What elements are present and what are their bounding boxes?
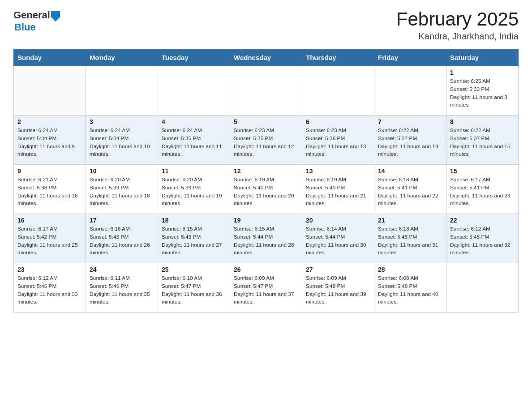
calendar-subtitle: Kandra, Jharkhand, India <box>396 31 519 42</box>
calendar-table: Sunday Monday Tuesday Wednesday Thursday… <box>13 49 519 313</box>
calendar-day-cell <box>374 66 446 116</box>
calendar-day-cell: 19Sunrise: 6:15 AMSunset: 5:44 PMDayligh… <box>230 214 302 263</box>
calendar-title-block: February 2025 Kandra, Jharkhand, India <box>396 9 519 42</box>
day-number: 8 <box>450 118 515 125</box>
calendar-day-cell <box>14 66 86 116</box>
calendar-day-cell: 17Sunrise: 6:16 AMSunset: 5:43 PMDayligh… <box>86 214 158 263</box>
weekday-header-row: Sunday Monday Tuesday Wednesday Thursday… <box>14 49 519 66</box>
day-number: 18 <box>162 217 226 224</box>
day-number: 14 <box>378 167 442 175</box>
calendar-day-cell <box>86 66 158 116</box>
day-number: 13 <box>306 167 370 175</box>
header-thursday: Thursday <box>302 49 374 66</box>
header-sunday: Sunday <box>14 49 86 66</box>
day-number: 15 <box>450 167 515 175</box>
calendar-day-cell: 10Sunrise: 6:20 AMSunset: 5:39 PMDayligh… <box>86 165 158 214</box>
calendar-day-cell <box>302 66 374 116</box>
day-info: Sunrise: 6:08 AMSunset: 5:48 PMDaylight:… <box>378 274 442 306</box>
day-info: Sunrise: 6:13 AMSunset: 5:45 PMDaylight:… <box>378 225 442 257</box>
day-info: Sunrise: 6:23 AMSunset: 5:36 PMDaylight:… <box>306 127 370 158</box>
calendar-day-cell: 22Sunrise: 6:12 AMSunset: 5:45 PMDayligh… <box>446 214 519 263</box>
header-friday: Friday <box>374 49 446 66</box>
calendar-day-cell: 20Sunrise: 6:14 AMSunset: 5:44 PMDayligh… <box>302 214 374 263</box>
day-number: 11 <box>162 167 226 175</box>
calendar-day-cell: 27Sunrise: 6:09 AMSunset: 5:48 PMDayligh… <box>302 263 374 313</box>
day-info: Sunrise: 6:22 AMSunset: 5:37 PMDaylight:… <box>450 127 515 158</box>
day-number: 1 <box>450 69 515 76</box>
calendar-day-cell: 26Sunrise: 6:09 AMSunset: 5:47 PMDayligh… <box>230 263 302 313</box>
calendar-day-cell: 16Sunrise: 6:17 AMSunset: 5:42 PMDayligh… <box>14 214 86 263</box>
calendar-day-cell: 15Sunrise: 6:17 AMSunset: 5:41 PMDayligh… <box>446 165 519 214</box>
day-info: Sunrise: 6:19 AMSunset: 5:40 PMDaylight:… <box>306 176 370 208</box>
calendar-day-cell: 25Sunrise: 6:10 AMSunset: 5:47 PMDayligh… <box>158 263 230 313</box>
calendar-day-cell <box>230 66 302 116</box>
calendar-day-cell: 11Sunrise: 6:20 AMSunset: 5:39 PMDayligh… <box>158 165 230 214</box>
calendar-day-cell: 28Sunrise: 6:08 AMSunset: 5:48 PMDayligh… <box>374 263 446 313</box>
day-info: Sunrise: 6:17 AMSunset: 5:41 PMDaylight:… <box>450 176 515 208</box>
calendar-day-cell <box>446 263 519 313</box>
calendar-day-cell: 23Sunrise: 6:12 AMSunset: 5:46 PMDayligh… <box>14 263 86 313</box>
page-header: General Blue February 2025 Kandra, Jhark… <box>13 9 519 42</box>
day-number: 19 <box>234 217 298 224</box>
calendar-week-4: 16Sunrise: 6:17 AMSunset: 5:42 PMDayligh… <box>14 214 519 263</box>
calendar-week-2: 2Sunrise: 6:24 AMSunset: 5:34 PMDaylight… <box>14 116 519 165</box>
day-number: 10 <box>90 167 154 175</box>
day-number: 7 <box>378 118 442 125</box>
day-number: 6 <box>306 118 370 125</box>
calendar-day-cell: 24Sunrise: 6:11 AMSunset: 5:46 PMDayligh… <box>86 263 158 313</box>
day-number: 21 <box>378 217 442 224</box>
day-number: 16 <box>17 217 82 224</box>
day-info: Sunrise: 6:17 AMSunset: 5:42 PMDaylight:… <box>17 225 82 257</box>
day-info: Sunrise: 6:15 AMSunset: 5:44 PMDaylight:… <box>234 225 298 257</box>
calendar-day-cell: 14Sunrise: 6:18 AMSunset: 5:41 PMDayligh… <box>374 165 446 214</box>
day-info: Sunrise: 6:24 AMSunset: 5:35 PMDaylight:… <box>162 127 226 158</box>
calendar-day-cell: 1Sunrise: 6:25 AMSunset: 5:33 PMDaylight… <box>446 66 519 116</box>
day-number: 27 <box>306 266 370 273</box>
day-info: Sunrise: 6:14 AMSunset: 5:44 PMDaylight:… <box>306 225 370 257</box>
day-number: 24 <box>90 266 154 273</box>
day-info: Sunrise: 6:12 AMSunset: 5:46 PMDaylight:… <box>17 274 82 306</box>
calendar-week-5: 23Sunrise: 6:12 AMSunset: 5:46 PMDayligh… <box>14 263 519 313</box>
header-saturday: Saturday <box>446 49 519 66</box>
calendar-day-cell: 7Sunrise: 6:22 AMSunset: 5:37 PMDaylight… <box>374 116 446 165</box>
svg-marker-0 <box>51 11 60 21</box>
logo: General Blue <box>13 9 62 33</box>
logo-blue-text: Blue <box>14 21 36 33</box>
calendar-day-cell: 5Sunrise: 6:23 AMSunset: 5:35 PMDaylight… <box>230 116 302 165</box>
day-info: Sunrise: 6:21 AMSunset: 5:38 PMDaylight:… <box>17 176 82 208</box>
calendar-day-cell: 3Sunrise: 6:24 AMSunset: 5:34 PMDaylight… <box>86 116 158 165</box>
day-info: Sunrise: 6:18 AMSunset: 5:41 PMDaylight:… <box>378 176 442 208</box>
calendar-title: February 2025 <box>396 9 519 30</box>
calendar-day-cell: 2Sunrise: 6:24 AMSunset: 5:34 PMDaylight… <box>14 116 86 165</box>
day-number: 12 <box>234 167 298 175</box>
day-info: Sunrise: 6:19 AMSunset: 5:40 PMDaylight:… <box>234 176 298 208</box>
day-number: 3 <box>90 118 154 125</box>
calendar-day-cell: 12Sunrise: 6:19 AMSunset: 5:40 PMDayligh… <box>230 165 302 214</box>
calendar-day-cell: 8Sunrise: 6:22 AMSunset: 5:37 PMDaylight… <box>446 116 519 165</box>
day-info: Sunrise: 6:24 AMSunset: 5:34 PMDaylight:… <box>17 127 82 158</box>
day-info: Sunrise: 6:22 AMSunset: 5:37 PMDaylight:… <box>378 127 442 158</box>
day-info: Sunrise: 6:12 AMSunset: 5:45 PMDaylight:… <box>450 225 515 257</box>
calendar-day-cell: 6Sunrise: 6:23 AMSunset: 5:36 PMDaylight… <box>302 116 374 165</box>
day-number: 2 <box>17 118 82 125</box>
day-info: Sunrise: 6:16 AMSunset: 5:43 PMDaylight:… <box>90 225 154 257</box>
day-info: Sunrise: 6:09 AMSunset: 5:47 PMDaylight:… <box>234 274 298 306</box>
day-number: 5 <box>234 118 298 125</box>
calendar-day-cell: 21Sunrise: 6:13 AMSunset: 5:45 PMDayligh… <box>374 214 446 263</box>
day-info: Sunrise: 6:20 AMSunset: 5:39 PMDaylight:… <box>90 176 154 208</box>
header-wednesday: Wednesday <box>230 49 302 66</box>
calendar-day-cell: 18Sunrise: 6:15 AMSunset: 5:43 PMDayligh… <box>158 214 230 263</box>
day-number: 28 <box>378 266 442 273</box>
day-info: Sunrise: 6:15 AMSunset: 5:43 PMDaylight:… <box>162 225 226 257</box>
day-info: Sunrise: 6:24 AMSunset: 5:34 PMDaylight:… <box>90 127 154 158</box>
calendar-week-1: 1Sunrise: 6:25 AMSunset: 5:33 PMDaylight… <box>14 66 519 116</box>
day-number: 9 <box>17 167 82 175</box>
day-info: Sunrise: 6:20 AMSunset: 5:39 PMDaylight:… <box>162 176 226 208</box>
day-info: Sunrise: 6:23 AMSunset: 5:35 PMDaylight:… <box>234 127 298 158</box>
calendar-day-cell: 4Sunrise: 6:24 AMSunset: 5:35 PMDaylight… <box>158 116 230 165</box>
day-number: 25 <box>162 266 226 273</box>
calendar-day-cell <box>158 66 230 116</box>
day-number: 20 <box>306 217 370 224</box>
calendar-week-3: 9Sunrise: 6:21 AMSunset: 5:38 PMDaylight… <box>14 165 519 214</box>
calendar-day-cell: 9Sunrise: 6:21 AMSunset: 5:38 PMDaylight… <box>14 165 86 214</box>
